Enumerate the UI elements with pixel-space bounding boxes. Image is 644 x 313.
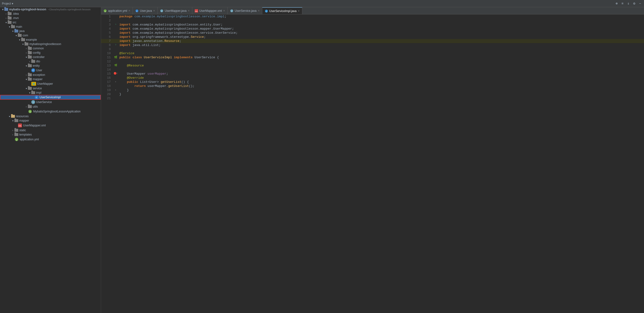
tab-close-usermappper-xml[interactable]: ✕ bbox=[223, 10, 225, 12]
tree-usermappper-xml[interactable]: XML UserMappper.xml bbox=[0, 123, 101, 128]
code-line-9: 9 bbox=[101, 47, 644, 51]
tab-usermappper-xml[interactable]: XML UserMappper.xml ✕ bbox=[192, 7, 228, 14]
svg-text:XML: XML bbox=[18, 125, 22, 127]
tab-usermapper-java[interactable]: I UserMapper.java ✕ bbox=[158, 7, 192, 14]
tree-java[interactable]: ▾ java bbox=[0, 29, 101, 33]
code-line-12: 12 bbox=[101, 60, 644, 64]
tab-close-user[interactable]: ✕ bbox=[153, 10, 155, 12]
tree-service-folder[interactable]: ▾ service bbox=[0, 86, 101, 91]
tree-entity[interactable]: ▾ entity bbox=[0, 64, 101, 68]
svg-text:y: y bbox=[16, 139, 17, 141]
tree-root[interactable]: ▾ mybatis-springboot-lesson ~/Java/mybat… bbox=[0, 7, 101, 12]
editor-area: y application.yml ✕ C User.java ✕ I bbox=[101, 7, 644, 313]
code-line-21: 21 bbox=[101, 96, 644, 100]
tab-close-yaml[interactable]: ✕ bbox=[128, 10, 130, 12]
locate-icon[interactable]: ⊕ bbox=[615, 1, 618, 6]
tab-close-usermapper[interactable]: ✕ bbox=[188, 10, 190, 12]
tree-main[interactable]: ▾ main bbox=[0, 25, 101, 29]
code-line-5: 5 import com.example.mybatisspringbootle… bbox=[101, 31, 644, 35]
tree-application[interactable]: S MybatisSpringbootLessonApplication bbox=[0, 109, 101, 114]
tree-mybatis[interactable]: ▾ mybatisspringbootlesson bbox=[0, 42, 101, 46]
svg-text:C: C bbox=[266, 10, 267, 13]
code-line-2: 2 bbox=[101, 19, 644, 23]
tree-example[interactable]: ▾ example bbox=[0, 38, 101, 42]
tree-config[interactable]: › config bbox=[0, 51, 101, 55]
tree-utils[interactable]: › utils bbox=[0, 105, 101, 109]
tab-userserviceimpl-java[interactable]: C UserServiceImpl.java ✕ bbox=[262, 7, 302, 14]
code-line-8: 8 › import java.util.List; bbox=[101, 43, 644, 47]
tree-idea[interactable]: › .idea bbox=[0, 12, 101, 16]
tree-common[interactable]: › common bbox=[0, 46, 101, 51]
tree-userservice[interactable]: I UserService bbox=[0, 100, 101, 105]
springboot-app-icon: S bbox=[28, 109, 32, 114]
code-table: 1 package com.example.mybatisspringbootl… bbox=[101, 15, 644, 100]
project-dropdown-arrow: ▾ bbox=[12, 2, 13, 5]
tree-userserviceimpl[interactable]: C UserServiceImpl bbox=[0, 95, 101, 100]
tree-application-yml[interactable]: y application.yml bbox=[0, 137, 101, 142]
tab-user-icon: C bbox=[135, 9, 138, 13]
tab-userservice-icon: I bbox=[230, 9, 234, 13]
tree-resources[interactable]: ▾ resources bbox=[0, 114, 101, 118]
tree-dto[interactable]: › dto bbox=[0, 59, 101, 64]
top-bar-icons: ⊕ ≡ ⇕ ⚙ − bbox=[615, 1, 642, 6]
code-line-19: 19 ▸ } bbox=[101, 88, 644, 92]
tab-user-java[interactable]: C User.java ✕ bbox=[133, 7, 158, 14]
tree-controller[interactable]: ▾ controller bbox=[0, 55, 101, 59]
tree-templates[interactable]: › templates bbox=[0, 132, 101, 137]
xml-file-icon: XML bbox=[18, 123, 22, 128]
tree-impl-folder[interactable]: ▾ impl bbox=[0, 91, 101, 95]
collapse-icon[interactable]: ⇕ bbox=[626, 1, 630, 6]
project-title: Project bbox=[2, 2, 11, 5]
tree-com[interactable]: ▾ com bbox=[0, 33, 101, 38]
tab-userserviceimpl-icon: C bbox=[265, 10, 268, 13]
sort-icon[interactable]: ≡ bbox=[620, 1, 624, 6]
tree-mvn[interactable]: › .mvn bbox=[0, 16, 101, 20]
tree-usermapper[interactable]: 🌐 UserMapper bbox=[0, 81, 101, 86]
tab-close-userservice[interactable]: ✕ bbox=[258, 10, 260, 12]
code-line-17: 17 ▸ public List<User> getUserList() { bbox=[101, 80, 644, 84]
tree-mapper-folder[interactable]: ▾ mapper bbox=[0, 77, 101, 81]
tab-userservice-java[interactable]: I UserService.java ✕ bbox=[228, 7, 262, 14]
svg-text:S: S bbox=[29, 111, 31, 113]
sidebar: ▾ mybatis-springboot-lesson ~/Java/mybat… bbox=[0, 7, 101, 313]
project-label[interactable]: Project ▾ bbox=[2, 2, 13, 5]
main-layout: ▾ mybatis-springboot-lesson ~/Java/mybat… bbox=[0, 7, 644, 313]
tree-exception[interactable]: › exception bbox=[0, 73, 101, 77]
svg-text:C: C bbox=[136, 10, 138, 12]
svg-text:XML: XML bbox=[195, 11, 198, 12]
code-line-7: 7 import javax.annotation.Resource; bbox=[101, 39, 644, 43]
code-line-11: 11 🌿 public class UserServiceImpl implem… bbox=[101, 55, 644, 60]
svg-text:I: I bbox=[232, 10, 232, 12]
top-bar: Project ▾ ⊕ ≡ ⇕ ⚙ − bbox=[0, 0, 644, 7]
settings-icon[interactable]: ⚙ bbox=[632, 1, 636, 6]
code-line-14: 14 bbox=[101, 68, 644, 72]
code-line-4: 4 import com.example.mybatisspringbootle… bbox=[101, 27, 644, 31]
svg-text:y: y bbox=[105, 10, 106, 12]
yaml-file-icon: y bbox=[14, 137, 19, 142]
svg-text:I: I bbox=[162, 10, 162, 12]
code-line-13: 13 🌿 @Resource bbox=[101, 64, 644, 68]
userservice-icon: I bbox=[31, 100, 35, 104]
code-line-6: 6 import org.springframework.stereotype.… bbox=[101, 35, 644, 39]
code-line-18: 18 return userMapper.getUserList(); bbox=[101, 84, 644, 88]
root-label: mybatis-springboot-lesson bbox=[9, 8, 46, 11]
code-editor[interactable]: 1 package com.example.mybatisspringbootl… bbox=[101, 15, 644, 313]
tabs-bar: y application.yml ✕ C User.java ✕ I bbox=[101, 7, 644, 15]
code-line-20: 20 } bbox=[101, 92, 644, 96]
tab-close-userserviceimpl[interactable]: ✕ bbox=[298, 10, 300, 12]
tab-usermappper-xml-icon: XML bbox=[195, 9, 198, 13]
tree-static[interactable]: › static bbox=[0, 128, 101, 132]
code-line-15: 15 🔴↑ UserMapper userMapper; bbox=[101, 72, 644, 76]
tab-usermapper-icon: I bbox=[160, 9, 164, 13]
user-class-icon: C bbox=[31, 68, 35, 72]
root-path: ~/Java/mybatis-springboot-lesson bbox=[48, 8, 90, 11]
code-line-3: 3 › import com.example.mybatisspringboot… bbox=[101, 23, 644, 27]
tree-resources-mapper[interactable]: ▾ mapper bbox=[0, 118, 101, 123]
usermapper-icon: 🌐 bbox=[31, 82, 36, 86]
tab-yaml-icon: y bbox=[104, 9, 107, 13]
tree-src[interactable]: ▾ src bbox=[0, 20, 101, 25]
tree-user-class[interactable]: C User bbox=[0, 68, 101, 73]
minimize-icon[interactable]: − bbox=[638, 1, 642, 6]
code-line-1: 1 package com.example.mybatisspringbootl… bbox=[101, 15, 644, 19]
tab-application-yml[interactable]: y application.yml ✕ bbox=[101, 7, 133, 14]
